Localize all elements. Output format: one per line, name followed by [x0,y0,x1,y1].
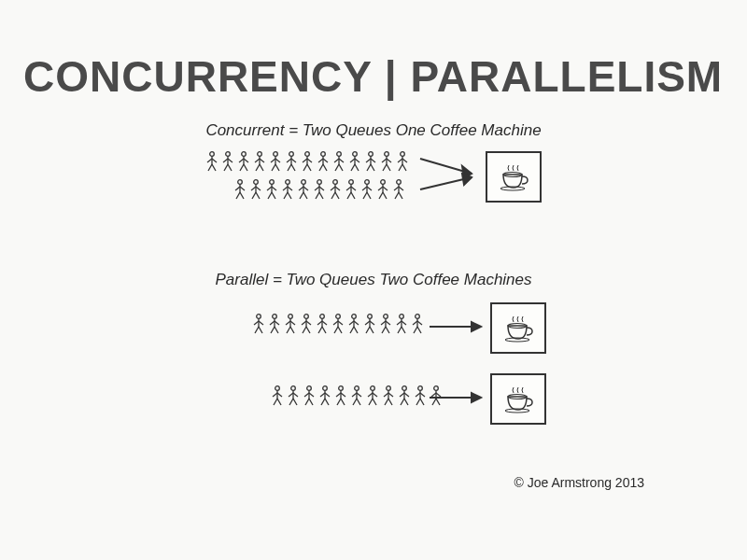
stick-figure-icon [379,314,392,334]
svg-line-155 [259,327,262,333]
svg-line-172 [303,327,306,333]
svg-line-92 [267,187,272,190]
svg-point-54 [353,152,358,157]
svg-line-167 [290,327,294,333]
svg-line-62 [366,159,371,162]
svg-line-194 [365,321,370,325]
svg-line-17 [244,164,247,171]
svg-line-105 [303,187,308,190]
svg-line-53 [339,164,343,171]
svg-point-60 [369,152,374,157]
svg-line-112 [316,192,319,199]
svg-line-20 [255,159,260,162]
stick-figure-icon [221,151,234,172]
svg-point-30 [289,152,294,157]
svg-line-44 [318,159,323,162]
svg-line-29 [275,164,279,171]
stick-figure-icon [317,151,330,172]
svg-line-123 [351,187,356,190]
svg-point-12 [242,152,247,157]
svg-line-246 [336,393,341,397]
concurrent-queue-1 [205,151,409,172]
svg-line-23 [260,164,263,171]
svg-point-72 [401,152,405,157]
svg-point-66 [385,152,389,157]
svg-line-131 [367,192,371,199]
svg-line-152 [254,321,259,325]
svg-point-232 [307,386,312,391]
svg-line-188 [349,321,354,325]
svg-line-4 [208,164,212,171]
svg-line-203 [386,327,389,333]
stick-figure-icon [376,179,389,200]
svg-line-277 [420,393,425,397]
svg-point-244 [339,386,344,391]
stick-figure-icon [253,151,266,172]
svg-line-71 [387,164,390,171]
svg-line-41 [307,164,311,171]
parallel-diagram [0,297,747,437]
svg-line-51 [339,159,344,162]
svg-point-256 [371,386,375,391]
stick-figure-icon [301,151,314,172]
stick-figure-icon [347,314,360,334]
svg-line-129 [367,187,372,190]
svg-point-226 [291,386,296,391]
svg-line-234 [304,393,309,397]
stick-figure-icon [269,151,282,172]
svg-line-206 [397,321,402,325]
svg-line-266 [385,399,388,405]
svg-line-178 [318,327,322,333]
svg-line-177 [322,321,327,325]
svg-line-75 [402,159,407,162]
svg-point-90 [270,180,275,185]
svg-line-5 [212,164,216,171]
stick-figure-icon [396,151,409,172]
svg-line-196 [366,327,370,333]
stick-figure-icon [313,179,326,200]
stick-figure-icon [287,385,300,406]
svg-line-32 [287,159,291,162]
coffee-machine-box [490,302,546,354]
svg-line-267 [388,399,392,405]
stick-figure-icon [237,151,250,172]
svg-point-132 [381,180,386,185]
svg-point-84 [254,180,259,185]
stick-figure-icon [380,151,393,172]
arrow-icon [430,317,486,336]
svg-line-171 [306,321,311,325]
svg-line-190 [350,327,354,333]
svg-line-87 [256,187,261,190]
svg-line-252 [352,393,357,397]
stick-figure-icon [331,314,345,334]
svg-line-249 [341,399,345,405]
svg-line-179 [322,327,326,333]
stick-figure-icon [395,314,408,334]
svg-line-111 [319,187,324,190]
svg-line-166 [287,327,290,333]
slide-title: CONCURRENCY | PARALLELISM [0,0,747,102]
svg-line-214 [414,327,417,333]
svg-line-99 [288,187,292,190]
svg-line-89 [256,192,260,199]
svg-line-59 [355,164,359,171]
svg-line-117 [335,187,340,190]
coffee-cup-icon [502,315,534,343]
svg-line-64 [367,164,371,171]
svg-line-119 [335,192,339,199]
stick-figure-icon [360,179,374,200]
svg-line-63 [371,159,375,162]
svg-point-250 [355,386,359,391]
svg-line-100 [284,192,288,199]
svg-point-174 [320,315,325,319]
attribution: © Joe Armstrong 2013 [514,475,644,490]
concurrent-queue-2 [233,179,405,200]
coffee-machine-box [490,373,546,425]
svg-line-253 [357,393,361,397]
svg-line-215 [417,327,421,333]
svg-point-238 [323,386,328,391]
stick-figure-icon [392,179,405,200]
svg-line-101 [288,192,291,199]
svg-point-210 [416,315,420,319]
svg-point-108 [317,180,322,185]
